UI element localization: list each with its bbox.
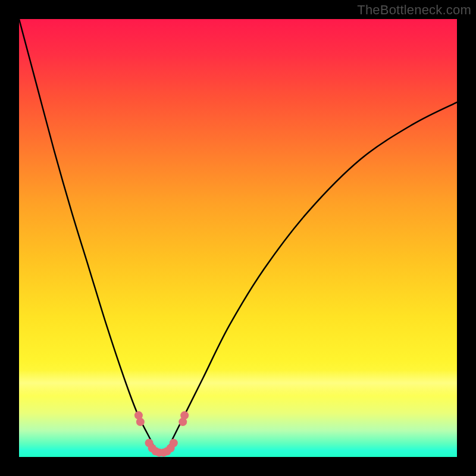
curve-layer bbox=[19, 19, 457, 457]
plot-area bbox=[19, 19, 457, 457]
curve-marker bbox=[136, 418, 145, 426]
curve-marker bbox=[170, 439, 178, 447]
watermark-text: TheBottleneck.com bbox=[357, 2, 471, 18]
chart-frame: TheBottleneck.com bbox=[0, 0, 476, 476]
bottleneck-curve bbox=[19, 19, 457, 454]
curve-marker bbox=[180, 411, 189, 419]
